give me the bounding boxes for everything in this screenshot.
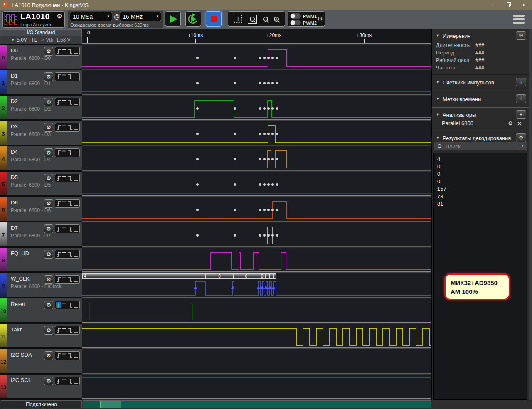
channel-settings-button[interactable]: ⚙ bbox=[44, 224, 53, 233]
decode-result-item[interactable]: 0 bbox=[434, 170, 527, 178]
channel-settings-button[interactable]: ⚙ bbox=[44, 351, 53, 360]
channel-settings-button[interactable]: ⚙ bbox=[44, 199, 53, 208]
channel-settings-button[interactable]: ⚙ bbox=[44, 250, 53, 259]
trigger-rising-button[interactable] bbox=[56, 378, 61, 384]
channel-row-i2c-sda[interactable]: 12I2C SDA⚙ bbox=[0, 349, 82, 373]
trigger-rising-button[interactable] bbox=[56, 74, 61, 80]
pwm1-toggle[interactable] bbox=[290, 13, 301, 19]
trigger-falling-button[interactable] bbox=[68, 276, 73, 283]
analyzers-header[interactable]: ▼ Анализаторы bbox=[432, 110, 529, 120]
trigger-falling-button[interactable] bbox=[68, 226, 73, 232]
wave-row-fq_ud[interactable] bbox=[82, 248, 431, 271]
channel-row-d6[interactable]: 6D6Parallel 6800 - D6⚙ bbox=[0, 197, 82, 221]
wave-row-d3[interactable] bbox=[82, 121, 431, 145]
trigger-falling-button[interactable] bbox=[68, 251, 73, 257]
zoom-region-tool[interactable] bbox=[248, 15, 257, 24]
pwm2-toggle[interactable] bbox=[290, 20, 301, 25]
wave-row-w_clk[interactable]: 4000 bbox=[82, 273, 431, 297]
add-analyzer-button[interactable]: + bbox=[516, 110, 526, 119]
trigger-low-button[interactable] bbox=[74, 48, 79, 54]
zoom-in-button[interactable]: + bbox=[274, 17, 279, 22]
channel-settings-button[interactable]: ⚙ bbox=[44, 377, 53, 385]
close-button[interactable]: × bbox=[516, 0, 532, 10]
wave-row-такт[interactable] bbox=[82, 324, 431, 347]
annotation-note[interactable]: МИК32+AD9850 AM 100% bbox=[444, 273, 510, 300]
wave-row-d1[interactable] bbox=[82, 70, 431, 94]
panel-scrollbar[interactable] bbox=[529, 29, 532, 400]
trigger-low-button[interactable] bbox=[74, 99, 79, 105]
wave-row-d4[interactable] bbox=[82, 146, 431, 170]
trigger-high-button[interactable] bbox=[62, 226, 67, 232]
channel-row-d5[interactable]: 5D5Parallel 6800 - D5⚙ bbox=[0, 172, 82, 195]
channel-settings-button[interactable]: ⚙ bbox=[44, 275, 53, 284]
timeline-ruler[interactable]: 0+10ms+20ms+30ms bbox=[82, 29, 431, 43]
trigger-rising-button[interactable] bbox=[56, 99, 61, 105]
trigger-low-button[interactable] bbox=[74, 327, 79, 333]
measurements-settings-button[interactable]: ⚙ bbox=[516, 31, 526, 40]
trigger-low-button[interactable] bbox=[74, 200, 79, 207]
trigger-rising-button[interactable] bbox=[56, 150, 61, 156]
trigger-falling-button[interactable] bbox=[68, 124, 73, 131]
trigger-rising-button[interactable] bbox=[56, 226, 61, 232]
zoom-out-button[interactable]: − bbox=[263, 17, 268, 22]
device-settings-icon[interactable]: ⚙ bbox=[57, 12, 62, 20]
trigger-high-button[interactable] bbox=[62, 276, 67, 283]
trigger-falling-button[interactable] bbox=[68, 302, 73, 308]
channel-row-d4[interactable]: 4D4Parallel 6800 - D4⚙ bbox=[0, 146, 82, 170]
trigger-low-button[interactable] bbox=[74, 226, 79, 232]
trigger-rising-button[interactable] bbox=[56, 200, 61, 207]
sample-rate-dropdown[interactable]: 10 MSa ▼ bbox=[70, 12, 112, 21]
channel-row-d0[interactable]: 0D0Parallel 6800 - D0⚙ bbox=[0, 45, 82, 69]
time-marks-header[interactable]: ▼ Метки времени bbox=[432, 94, 529, 104]
trigger-low-button[interactable] bbox=[74, 74, 79, 80]
trigger-low-button[interactable] bbox=[74, 378, 79, 384]
wave-row-reset[interactable] bbox=[82, 298, 431, 322]
channel-settings-button[interactable]: ⚙ bbox=[44, 98, 53, 106]
trigger-rising-button[interactable] bbox=[56, 124, 61, 131]
decode-result-item[interactable]: 0 bbox=[434, 178, 527, 185]
analyzer-remove-icon[interactable]: × bbox=[517, 120, 521, 127]
trigger-high-button[interactable] bbox=[62, 99, 67, 105]
channel-row-d3[interactable]: 3D3Parallel 6800 - D3⚙ bbox=[0, 121, 82, 145]
trigger-high-button[interactable] bbox=[62, 352, 67, 359]
channel-settings-button[interactable]: ⚙ bbox=[44, 72, 53, 81]
wave-row-d5[interactable] bbox=[82, 172, 431, 195]
trigger-falling-button[interactable] bbox=[68, 200, 73, 207]
wave-row-i2c-scl[interactable] bbox=[82, 375, 431, 398]
channel-settings-button[interactable]: ⚙ bbox=[44, 47, 53, 56]
channel-row-d7[interactable]: 7D7Parallel 6800 - D7⚙ bbox=[0, 222, 82, 246]
trigger-rising-button[interactable] bbox=[56, 327, 61, 333]
wave-row-d0[interactable] bbox=[82, 45, 431, 69]
minimize-button[interactable] bbox=[485, 0, 500, 10]
decode-result-item[interactable]: 0 bbox=[434, 163, 527, 170]
trigger-high-button[interactable] bbox=[62, 150, 67, 156]
start-button[interactable] bbox=[165, 11, 181, 27]
add-time-mark-button[interactable]: + bbox=[516, 94, 526, 103]
clock-rate-dropdown[interactable]: 16 MHz ▼ bbox=[120, 12, 161, 21]
analyzer-item[interactable]: Parallel 6800⚙× bbox=[432, 120, 529, 128]
stop-button[interactable] bbox=[206, 11, 222, 27]
threshold-header[interactable]: ▼ 5.0V TTL -> Vth: 1.58 V bbox=[0, 36, 82, 44]
analyzer-settings-icon[interactable]: ⚙ bbox=[508, 120, 513, 126]
trigger-high-button[interactable] bbox=[62, 200, 67, 207]
trigger-falling-button[interactable] bbox=[68, 99, 73, 105]
trigger-high-button[interactable] bbox=[62, 175, 67, 181]
trigger-low-button[interactable] bbox=[74, 352, 79, 359]
trigger-rising-button[interactable] bbox=[56, 302, 61, 308]
pwm-settings-icon[interactable]: ⚙ bbox=[315, 15, 323, 22]
wave-row-d6[interactable] bbox=[82, 197, 431, 221]
decode-search-input[interactable]: Поиск 7 bbox=[433, 142, 527, 151]
channel-settings-button[interactable]: ⚙ bbox=[44, 174, 53, 182]
trigger-rising-button[interactable] bbox=[56, 352, 61, 359]
trigger-falling-button[interactable] bbox=[68, 175, 73, 181]
trigger-falling-button[interactable] bbox=[68, 74, 73, 80]
channel-row-w_clk[interactable]: 9W_CLKParallel 6800 - E/Clock⚙ bbox=[0, 273, 82, 297]
trigger-high-button[interactable] bbox=[62, 327, 67, 333]
trigger-rising-button[interactable] bbox=[56, 276, 61, 283]
decode-settings-button[interactable]: ⚙ bbox=[516, 133, 526, 142]
channel-row-fq_ud[interactable]: 8FQ_UD⚙ bbox=[0, 248, 82, 271]
trigger-high-button[interactable] bbox=[62, 378, 67, 384]
trigger-high-button[interactable] bbox=[62, 48, 67, 54]
device-widget[interactable]: LA1010 ⚙ Logic Analyzer bbox=[2, 11, 65, 28]
trigger-rising-button[interactable] bbox=[56, 175, 61, 181]
